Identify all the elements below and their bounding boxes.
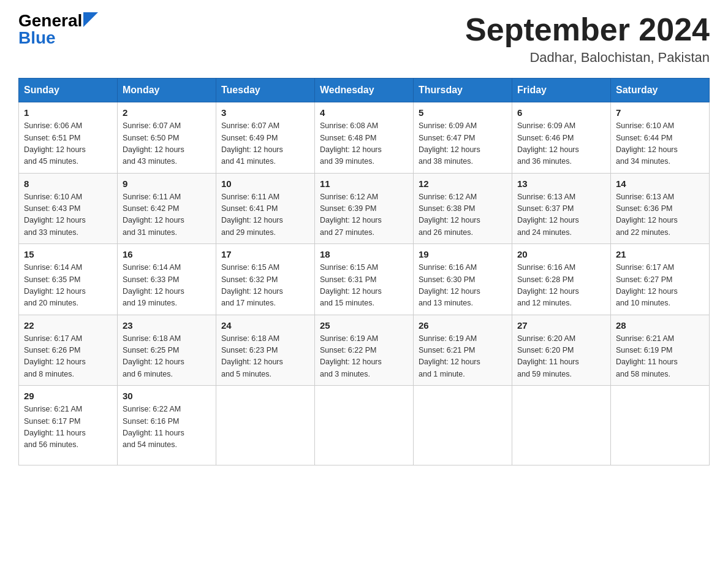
day-info: Sunrise: 6:19 AMSunset: 6:21 PMDaylight:… [419,333,507,381]
day-number: 12 [419,178,507,189]
calendar-cell: 1Sunrise: 6:06 AMSunset: 6:51 PMDaylight… [19,102,118,174]
calendar-cell: 20Sunrise: 6:16 AMSunset: 6:28 PMDayligh… [512,244,611,315]
day-number: 1 [24,107,112,118]
day-info: Sunrise: 6:17 AMSunset: 6:27 PMDaylight:… [616,262,704,310]
calendar-week-row: 22Sunrise: 6:17 AMSunset: 6:26 PMDayligh… [19,315,710,386]
day-info: Sunrise: 6:13 AMSunset: 6:36 PMDaylight:… [616,191,704,239]
calendar-cell: 9Sunrise: 6:11 AMSunset: 6:42 PMDaylight… [118,173,216,244]
day-number: 28 [616,320,704,331]
calendar-cell: 14Sunrise: 6:13 AMSunset: 6:36 PMDayligh… [611,173,710,244]
day-info: Sunrise: 6:12 AMSunset: 6:38 PMDaylight:… [419,191,507,239]
day-info: Sunrise: 6:12 AMSunset: 6:39 PMDaylight:… [320,191,408,239]
day-number: 15 [24,249,112,259]
day-number: 20 [517,249,605,259]
day-info: Sunrise: 6:14 AMSunset: 6:33 PMDaylight:… [123,262,211,310]
day-info: Sunrise: 6:22 AMSunset: 6:16 PMDaylight:… [123,404,211,451]
day-number: 19 [419,249,507,259]
day-number: 27 [517,320,605,331]
day-info: Sunrise: 6:15 AMSunset: 6:31 PMDaylight:… [320,262,408,310]
calendar-cell: 16Sunrise: 6:14 AMSunset: 6:33 PMDayligh… [118,244,216,315]
calendar-cell: 5Sunrise: 6:09 AMSunset: 6:47 PMDaylight… [414,102,512,174]
calendar-cell [216,386,315,465]
calendar-week-row: 29Sunrise: 6:21 AMSunset: 6:17 PMDayligh… [19,386,710,465]
day-info: Sunrise: 6:11 AMSunset: 6:41 PMDaylight:… [221,191,309,239]
calendar-cell: 26Sunrise: 6:19 AMSunset: 6:21 PMDayligh… [414,315,512,386]
calendar-cell [611,386,710,465]
day-number: 17 [221,249,309,259]
logo-general-text: General [18,12,98,29]
calendar-cell: 21Sunrise: 6:17 AMSunset: 6:27 PMDayligh… [611,244,710,315]
header-tuesday: Tuesday [216,79,315,102]
day-info: Sunrise: 6:09 AMSunset: 6:46 PMDaylight:… [517,120,605,168]
calendar-cell: 10Sunrise: 6:11 AMSunset: 6:41 PMDayligh… [216,173,315,244]
day-number: 22 [24,320,112,331]
logo-blue-text: Blue [18,29,56,47]
day-number: 14 [616,178,704,189]
day-info: Sunrise: 6:17 AMSunset: 6:26 PMDaylight:… [24,333,112,381]
day-info: Sunrise: 6:21 AMSunset: 6:19 PMDaylight:… [616,333,704,381]
calendar-table: SundayMondayTuesdayWednesdayThursdayFrid… [18,78,710,465]
day-number: 25 [320,320,408,331]
day-info: Sunrise: 6:13 AMSunset: 6:37 PMDaylight:… [517,191,605,239]
day-info: Sunrise: 6:10 AMSunset: 6:43 PMDaylight:… [24,191,112,239]
day-number: 7 [616,107,704,118]
calendar-cell: 29Sunrise: 6:21 AMSunset: 6:17 PMDayligh… [19,386,118,465]
day-info: Sunrise: 6:11 AMSunset: 6:42 PMDaylight:… [123,191,211,239]
calendar-cell: 15Sunrise: 6:14 AMSunset: 6:35 PMDayligh… [19,244,118,315]
calendar-cell: 4Sunrise: 6:08 AMSunset: 6:48 PMDaylight… [315,102,414,174]
day-number: 4 [320,107,408,118]
calendar-cell: 2Sunrise: 6:07 AMSunset: 6:50 PMDaylight… [118,102,216,174]
day-info: Sunrise: 6:10 AMSunset: 6:44 PMDaylight:… [616,120,704,168]
calendar-cell: 28Sunrise: 6:21 AMSunset: 6:19 PMDayligh… [611,315,710,386]
day-info: Sunrise: 6:14 AMSunset: 6:35 PMDaylight:… [24,262,112,310]
day-info: Sunrise: 6:16 AMSunset: 6:30 PMDaylight:… [419,262,507,310]
day-number: 26 [419,320,507,331]
day-number: 24 [221,320,309,331]
logo-triangle-icon [83,12,98,27]
calendar-header-row: SundayMondayTuesdayWednesdayThursdayFrid… [19,79,710,102]
calendar-cell: 12Sunrise: 6:12 AMSunset: 6:38 PMDayligh… [414,173,512,244]
day-info: Sunrise: 6:21 AMSunset: 6:17 PMDaylight:… [24,404,112,451]
day-number: 21 [616,249,704,259]
calendar-cell: 22Sunrise: 6:17 AMSunset: 6:26 PMDayligh… [19,315,118,386]
calendar-cell: 24Sunrise: 6:18 AMSunset: 6:23 PMDayligh… [216,315,315,386]
header-monday: Monday [118,79,216,102]
calendar-cell: 27Sunrise: 6:20 AMSunset: 6:20 PMDayligh… [512,315,611,386]
day-info: Sunrise: 6:07 AMSunset: 6:50 PMDaylight:… [123,120,211,168]
day-info: Sunrise: 6:08 AMSunset: 6:48 PMDaylight:… [320,120,408,168]
day-number: 9 [123,178,211,189]
location-title: Dadhar, Balochistan, Pakistan [465,50,710,66]
calendar-week-row: 1Sunrise: 6:06 AMSunset: 6:51 PMDaylight… [19,102,710,174]
day-number: 2 [123,107,211,118]
calendar-cell: 6Sunrise: 6:09 AMSunset: 6:46 PMDaylight… [512,102,611,174]
month-title: September 2024 [465,12,710,47]
day-number: 11 [320,178,408,189]
calendar-cell: 18Sunrise: 6:15 AMSunset: 6:31 PMDayligh… [315,244,414,315]
day-info: Sunrise: 6:09 AMSunset: 6:47 PMDaylight:… [419,120,507,168]
day-number: 10 [221,178,309,189]
calendar-cell [315,386,414,465]
day-number: 16 [123,249,211,259]
header-friday: Friday [512,79,611,102]
calendar-cell: 8Sunrise: 6:10 AMSunset: 6:43 PMDaylight… [19,173,118,244]
calendar-cell: 19Sunrise: 6:16 AMSunset: 6:30 PMDayligh… [414,244,512,315]
day-number: 29 [24,391,112,401]
calendar-week-row: 8Sunrise: 6:10 AMSunset: 6:43 PMDaylight… [19,173,710,244]
logo: General Blue [18,12,98,47]
calendar-cell: 13Sunrise: 6:13 AMSunset: 6:37 PMDayligh… [512,173,611,244]
calendar-cell [414,386,512,465]
day-number: 6 [517,107,605,118]
calendar-cell: 23Sunrise: 6:18 AMSunset: 6:25 PMDayligh… [118,315,216,386]
calendar-cell: 7Sunrise: 6:10 AMSunset: 6:44 PMDaylight… [611,102,710,174]
day-info: Sunrise: 6:15 AMSunset: 6:32 PMDaylight:… [221,262,309,310]
day-number: 30 [123,391,211,401]
logo-blue-row: Blue [18,29,98,47]
calendar-cell: 17Sunrise: 6:15 AMSunset: 6:32 PMDayligh… [216,244,315,315]
title-block: September 2024 Dadhar, Balochistan, Paki… [465,12,710,66]
day-number: 13 [517,178,605,189]
day-info: Sunrise: 6:06 AMSunset: 6:51 PMDaylight:… [24,120,112,168]
header-wednesday: Wednesday [315,79,414,102]
day-info: Sunrise: 6:18 AMSunset: 6:23 PMDaylight:… [221,333,309,381]
calendar-cell: 11Sunrise: 6:12 AMSunset: 6:39 PMDayligh… [315,173,414,244]
calendar-cell: 30Sunrise: 6:22 AMSunset: 6:16 PMDayligh… [118,386,216,465]
